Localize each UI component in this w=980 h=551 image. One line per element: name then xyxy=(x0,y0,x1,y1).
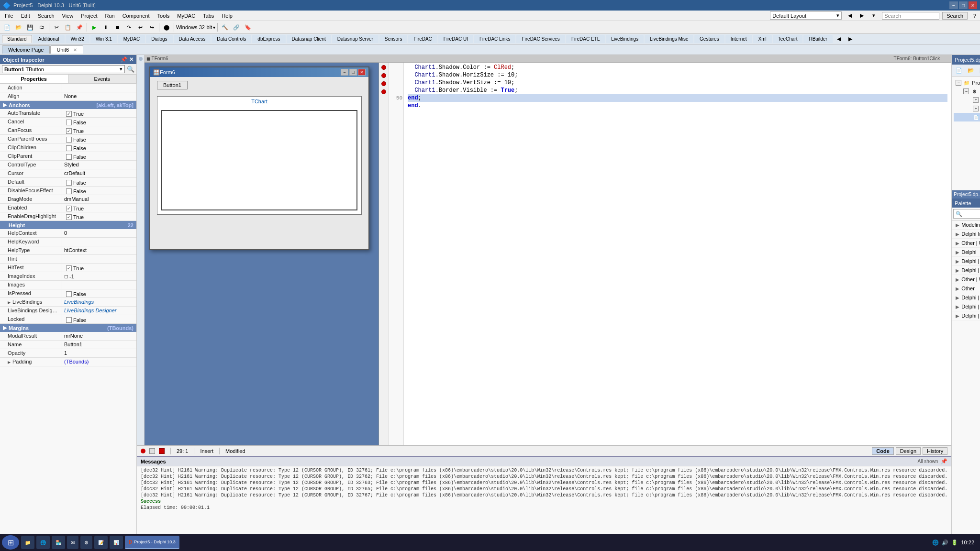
messages-pin-icon[interactable]: 📌 xyxy=(941,458,947,464)
tree-buildconfigs[interactable]: + 🔧 Build Configurations (Debug) xyxy=(954,96,980,104)
tab-gestures[interactable]: Gestures xyxy=(694,35,724,43)
cancel-checkbox[interactable] xyxy=(66,120,72,125)
run-button[interactable]: ▶ xyxy=(89,22,100,32)
projectgroup1-expand-icon[interactable]: − xyxy=(956,80,961,86)
step-out-button[interactable]: ↪ xyxy=(146,22,157,32)
tab-firedaclinks[interactable]: FireDAC Links xyxy=(474,35,515,43)
palette-other[interactable]: ▶ Other xyxy=(952,284,980,293)
help-button[interactable]: ? xyxy=(970,11,979,21)
tabs-scroll-right[interactable]: ▶ xyxy=(845,34,856,44)
tree-targetplatforms[interactable]: + 💻 Target Platforms (Win32) xyxy=(954,104,980,113)
save-all-button[interactable]: 🗂 xyxy=(36,22,47,32)
tab-firedac[interactable]: FireDAC xyxy=(408,35,437,43)
targetplatforms-expand-icon[interactable]: + xyxy=(973,106,979,111)
tab-additional[interactable]: Additional xyxy=(33,35,65,43)
tab-rbuilder[interactable]: RBuilder xyxy=(803,35,832,43)
tab-datacontrols[interactable]: Data Controls xyxy=(212,35,251,43)
step-over-button[interactable]: ↷ xyxy=(123,22,134,32)
tab-datasnapclient[interactable]: Datasnap Client xyxy=(287,35,331,43)
prop-canparentfocus[interactable]: CanParentFocus False xyxy=(0,135,136,143)
oi-object-dropdown[interactable]: Button1 TButton ▾ xyxy=(2,65,125,73)
tab-firedacetl[interactable]: FireDAC ETL xyxy=(566,35,605,43)
default-checkbox[interactable] xyxy=(66,180,72,186)
tab-mydac[interactable]: MyDAC xyxy=(118,35,145,43)
save-button[interactable]: 💾 xyxy=(25,22,35,32)
projects-save-btn[interactable]: 💾 xyxy=(978,66,980,75)
taskbar-file-explorer[interactable]: 📁 xyxy=(21,536,34,549)
prop-images[interactable]: Images xyxy=(0,281,136,289)
pause-button[interactable]: ⏸ xyxy=(100,22,111,32)
palette-delphi-web[interactable]: ▶ Delphi | Web xyxy=(952,311,980,320)
tab-sensors[interactable]: Sensors xyxy=(379,35,408,43)
palette-modeling[interactable]: ▶ Modeling xyxy=(952,220,980,230)
buildconfigs-expand-icon[interactable]: + xyxy=(973,97,979,103)
prop-enabled[interactable]: Enabled True xyxy=(0,204,136,212)
start-button[interactable]: ⊞ xyxy=(2,535,19,550)
form-close-button[interactable]: ✕ xyxy=(358,69,366,76)
history-view-button[interactable]: History xyxy=(923,447,947,455)
prop-opacity[interactable]: Opacity 1 xyxy=(0,349,136,358)
tab-teechart[interactable]: TeeChart xyxy=(773,35,803,43)
prop-canfocus[interactable]: CanFocus True xyxy=(0,126,136,135)
palette-rad-server[interactable]: ▶ Delphi | RAD Server xyxy=(952,293,980,302)
prop-action[interactable]: Action xyxy=(0,84,136,92)
taskbar-delphi[interactable]: D Project5 - Delphi 10.3 xyxy=(125,536,179,549)
form-minimize-button[interactable]: − xyxy=(341,69,348,76)
code-view-button[interactable]: Code xyxy=(872,447,894,455)
nav-extra-button[interactable]: ▾ xyxy=(869,11,879,21)
prop-livebindings[interactable]: LiveBindings LiveBindings xyxy=(0,298,136,307)
menu-project[interactable]: Project xyxy=(77,12,101,20)
close-button[interactable]: ✕ xyxy=(969,1,977,9)
search-button[interactable]: Search xyxy=(942,12,968,20)
target-platform-dropdown[interactable]: ▾ xyxy=(213,25,215,30)
autotranslate-checkbox[interactable] xyxy=(66,111,72,117)
toggle-breakpoint-button[interactable]: ⬤ xyxy=(161,22,172,32)
tree-project5exe[interactable]: − ⚙ Project5.exe xyxy=(954,87,980,96)
prop-default[interactable]: Default False xyxy=(0,178,136,187)
prop-enabledraghighlight[interactable]: EnableDragHighlight True xyxy=(0,212,136,221)
palette-delphi[interactable]: ▶ Delphi xyxy=(952,248,980,257)
palette-other-web[interactable]: ▶ Other | Web xyxy=(952,275,980,284)
rp-tab-projects[interactable]: Project5.dproj ... xyxy=(952,190,980,198)
tab-internet[interactable]: Internet xyxy=(725,35,752,43)
taskbar-mail[interactable]: ✉ xyxy=(67,536,78,549)
prop-clipchildren[interactable]: ClipChildren False xyxy=(0,143,136,152)
tree-projectgroup1[interactable]: − 📁 ProjectGroup1 xyxy=(954,78,980,87)
prop-disablefocuseffect[interactable]: DisableFocusEffect False xyxy=(0,187,136,195)
prop-locked[interactable]: Locked False xyxy=(0,315,136,324)
palette-datasnap[interactable]: ▶ Delphi | DataSnap xyxy=(952,302,980,311)
locked-checkbox[interactable] xyxy=(66,317,72,323)
prop-modalresult[interactable]: ModalResult mrNone xyxy=(0,332,136,341)
step-into-button[interactable]: ↩ xyxy=(135,22,145,32)
minimize-button[interactable]: − xyxy=(949,1,958,9)
maximize-button[interactable]: □ xyxy=(959,1,968,9)
menu-tabs[interactable]: Tabs xyxy=(199,12,218,20)
live-bindings-button[interactable]: 🔗 xyxy=(231,22,242,32)
project5exe-expand-icon[interactable]: − xyxy=(963,88,969,94)
oi-dropdown-arrow-icon[interactable]: ▾ xyxy=(120,66,122,72)
enabledraghighlight-checkbox[interactable] xyxy=(66,214,72,220)
tab-dataaccess[interactable]: Data Access xyxy=(174,35,211,43)
taskbar-notepad[interactable]: 📝 xyxy=(94,536,108,549)
menu-search[interactable]: Search xyxy=(34,12,58,20)
prop-imageindex[interactable]: ImageIndex ◻ -1 xyxy=(0,272,136,281)
close-unit6-icon[interactable]: ✕ xyxy=(73,47,77,53)
prop-controltype[interactable]: ControlType Styled xyxy=(0,161,136,169)
taskbar-excel[interactable]: 📊 xyxy=(110,536,123,549)
menu-view[interactable]: View xyxy=(58,12,78,20)
palette-delphi-multidevice[interactable]: ▶ Delphi | Multi-Device xyxy=(952,266,980,275)
tab-datasnapserver[interactable]: Datasnap Server xyxy=(332,35,379,43)
tab-win31[interactable]: Win 3.1 xyxy=(90,35,117,43)
prop-helptype[interactable]: HelpType htContext xyxy=(0,246,136,255)
taskbar-settings[interactable]: ⚙ xyxy=(80,536,92,549)
nav-forward-button[interactable]: ▶ xyxy=(857,11,867,21)
menu-mydac[interactable]: MyDAC xyxy=(173,12,199,20)
oi-close-icon[interactable]: ✕ xyxy=(129,56,134,63)
prop-hint[interactable]: Hint xyxy=(0,255,136,264)
prop-cancel[interactable]: Cancel False xyxy=(0,118,136,126)
prop-height-header[interactable]: ▶ Height 22 xyxy=(0,221,136,229)
oi-pin-icon[interactable]: 📌 xyxy=(121,56,127,63)
new-button[interactable]: 📄 xyxy=(2,22,12,32)
menu-component[interactable]: Component xyxy=(119,12,154,20)
prop-helpcontext[interactable]: HelpContext 0 xyxy=(0,229,136,238)
